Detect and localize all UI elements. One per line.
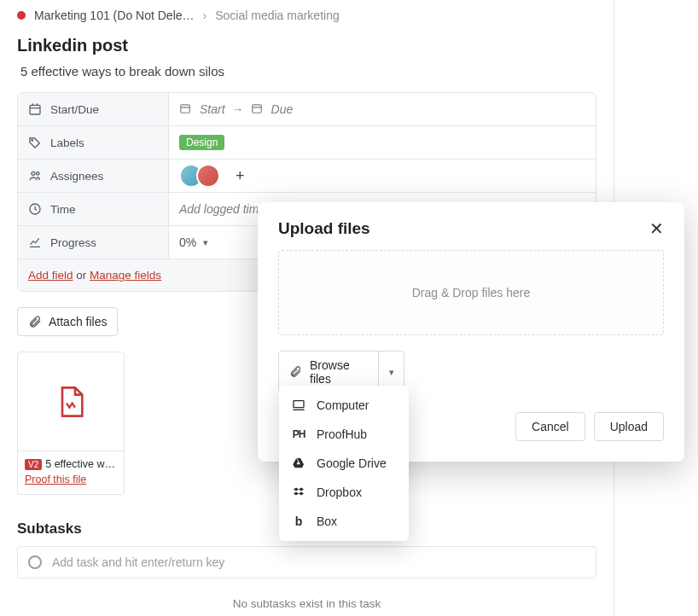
arrow-right-icon: → xyxy=(232,102,244,116)
source-box-label: Box xyxy=(317,514,337,528)
start-placeholder: Start xyxy=(200,102,225,116)
browse-files-split-button: Browse files ▾ Computer PH ProofHub xyxy=(278,351,404,393)
subtask-input[interactable]: Add task and hit enter/return key xyxy=(17,546,596,578)
due-placeholder: Due xyxy=(271,102,294,116)
paperclip-icon xyxy=(28,315,42,328)
manage-fields-link[interactable]: Manage fields xyxy=(90,269,161,282)
file-name: 5 effective w… xyxy=(45,458,115,470)
svg-rect-6 xyxy=(252,105,261,113)
version-badge: V2 xyxy=(25,459,42,470)
attach-files-button[interactable]: Attach files xyxy=(17,307,118,336)
source-dropbox[interactable]: Dropbox xyxy=(279,478,409,507)
project-color-dot xyxy=(17,11,26,20)
source-proofhub-label: ProofHub xyxy=(317,427,367,441)
avatar[interactable] xyxy=(196,164,220,188)
svg-rect-12 xyxy=(294,401,304,408)
file-source-menu: Computer PH ProofHub Google Drive Dr xyxy=(279,386,409,541)
calendar-icon xyxy=(28,102,42,116)
field-value-startdue[interactable]: Start → Due xyxy=(169,93,596,125)
chevron-right-icon: › xyxy=(203,9,207,22)
proofhub-icon: PH xyxy=(291,427,306,442)
svg-point-10 xyxy=(37,172,39,175)
computer-icon xyxy=(291,398,306,413)
field-key-startdue: Start/Due xyxy=(50,103,99,116)
field-key-labels: Labels xyxy=(50,137,84,149)
source-computer[interactable]: Computer xyxy=(279,391,409,420)
attachment-card[interactable]: V25 effective w… Proof this file xyxy=(17,352,125,495)
subtask-placeholder: Add task and hit enter/return key xyxy=(52,555,224,569)
proof-file-link[interactable]: Proof this file xyxy=(25,474,117,485)
footer-or-text: or xyxy=(73,269,90,282)
subtasks-empty-state: No subtasks exist in this task xyxy=(0,578,614,610)
svg-point-8 xyxy=(32,140,33,142)
field-key-assignees: Assignees xyxy=(50,170,103,183)
calendar-icon xyxy=(251,102,265,116)
add-assignee-button[interactable]: + xyxy=(236,167,245,185)
breadcrumb-project[interactable]: Marketing 101 (Do Not Dele… xyxy=(34,9,195,22)
add-field-link[interactable]: Add field xyxy=(28,269,73,282)
svg-rect-4 xyxy=(181,105,190,113)
field-row-assignees: Assignees + xyxy=(18,159,596,192)
cancel-button[interactable]: Cancel xyxy=(515,412,585,441)
svg-point-9 xyxy=(32,171,35,175)
modal-close-button[interactable]: ✕ xyxy=(649,220,664,237)
task-description[interactable]: 5 effective ways to break down silos xyxy=(0,62,614,92)
modal-title: Upload files xyxy=(278,219,370,238)
source-gdrive-label: Google Drive xyxy=(317,456,387,470)
upload-button[interactable]: Upload xyxy=(594,412,664,441)
chevron-down-icon: ▾ xyxy=(203,237,208,248)
source-dropbox-label: Dropbox xyxy=(317,485,362,499)
field-row-labels: Labels Design xyxy=(18,125,596,159)
upload-files-modal: Upload files ✕ Drag & Drop files here Br… xyxy=(258,202,684,462)
chart-icon xyxy=(28,235,42,249)
dropzone[interactable]: Drag & Drop files here xyxy=(278,250,664,335)
field-row-startdue: Start/Due Start → Due xyxy=(18,93,596,125)
chevron-down-icon: ▾ xyxy=(389,367,394,378)
dropzone-text: Drag & Drop files here xyxy=(412,286,531,299)
dropbox-icon xyxy=(291,485,306,500)
file-thumbnail xyxy=(18,352,124,451)
label-tag-design[interactable]: Design xyxy=(179,135,224,150)
field-value-labels[interactable]: Design xyxy=(169,126,596,159)
progress-value: 0% xyxy=(179,235,196,249)
attach-files-label: Attach files xyxy=(49,315,107,328)
clock-icon xyxy=(28,202,42,216)
box-icon: b xyxy=(291,514,306,529)
task-title[interactable]: Linkedin post xyxy=(0,26,614,62)
tag-icon xyxy=(28,136,42,149)
google-drive-icon xyxy=(291,456,306,471)
svg-rect-0 xyxy=(30,105,40,114)
source-computer-label: Computer xyxy=(317,398,369,412)
checkbox-empty-icon xyxy=(28,555,42,569)
calendar-icon xyxy=(179,102,193,116)
source-box[interactable]: b Box xyxy=(279,507,409,536)
breadcrumb-section[interactable]: Social media marketing xyxy=(215,9,340,22)
people-icon xyxy=(28,169,42,183)
field-key-progress: Progress xyxy=(50,236,96,249)
source-proofhub[interactable]: PH ProofHub xyxy=(279,420,409,449)
browse-files-label: Browse files xyxy=(310,358,368,386)
time-placeholder: Add logged tim xyxy=(179,202,259,216)
paperclip-icon xyxy=(289,365,303,379)
source-google-drive[interactable]: Google Drive xyxy=(279,449,409,478)
field-key-time: Time xyxy=(50,203,76,216)
field-value-assignees[interactable]: + xyxy=(169,160,596,192)
breadcrumb: Marketing 101 (Do Not Dele… › Social med… xyxy=(0,0,614,26)
